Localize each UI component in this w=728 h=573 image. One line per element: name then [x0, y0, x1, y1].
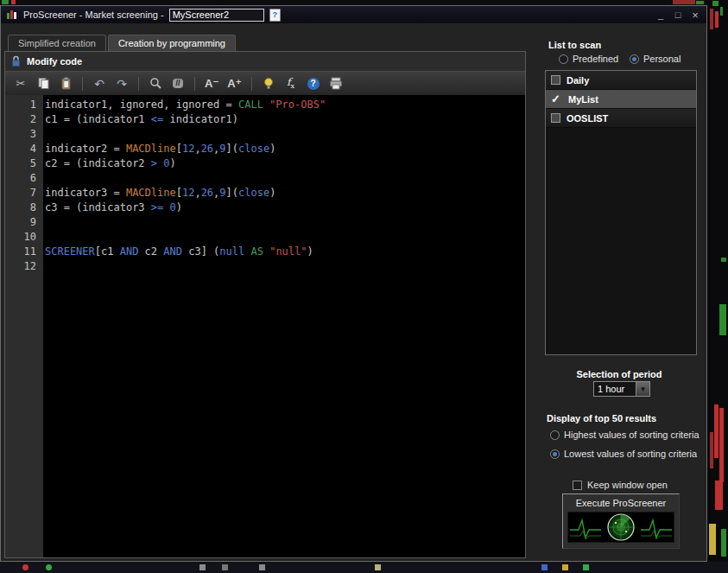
code-line[interactable]: 5c2 = (indicator2 > 0) [5, 156, 525, 171]
font-larger-icon: A⁺ [227, 78, 241, 89]
help-page-icon[interactable]: ? [269, 9, 281, 22]
personal-radio-group[interactable]: Personal [630, 54, 681, 64]
print-button[interactable] [329, 76, 343, 92]
paste-icon [60, 77, 73, 90]
cut-button[interactable]: ✂ [14, 76, 28, 92]
undo-button[interactable]: ↶ [92, 76, 106, 92]
comment-button[interactable]: // [171, 76, 185, 92]
maximize-button[interactable]: □ [672, 10, 684, 20]
keep-window-open-group[interactable]: Keep window open [573, 480, 668, 490]
checkmark-icon[interactable]: ✓ [551, 94, 562, 104]
code-line[interactable]: 7indicator3 = MACDline[12,26,9](close) [5, 186, 525, 201]
line-number: 7 [5, 186, 43, 201]
code-text: SCREENER[c1 AND c2 AND c3] (null AS "nul… [43, 245, 313, 259]
toolbar-separator [138, 77, 139, 91]
checkbox-icon[interactable] [551, 75, 560, 85]
scan-list-item[interactable]: OOSLIST [546, 109, 696, 128]
candle-bar [710, 9, 713, 29]
editor-header: Modify code [5, 52, 525, 72]
selection-of-period-title: Selection of period [533, 369, 706, 379]
help-button[interactable]: ? [307, 76, 320, 92]
scan-list-item[interactable]: ✓MyList [546, 90, 696, 109]
predefined-radio-group[interactable]: Predefined [559, 54, 618, 64]
taskbar-icon[interactable] [199, 564, 206, 570]
taskbar-icon[interactable] [222, 564, 228, 570]
personal-radio[interactable] [630, 54, 639, 64]
lowest-values-radio-group[interactable]: Lowest values of sorting criteria [550, 449, 697, 459]
close-button[interactable]: × [689, 9, 701, 22]
line-number: 8 [5, 201, 43, 215]
code-text: c2 = (indicator2 > 0) [43, 156, 176, 171]
code-line[interactable]: 4indicator2 = MACDline[12,26,9](close) [5, 142, 525, 156]
code-line[interactable]: 3 [5, 127, 525, 142]
candle-bar [709, 524, 716, 555]
code-line[interactable]: 9 [5, 215, 525, 230]
taskbar-icon[interactable] [541, 564, 548, 570]
scan-list-label: OOSLIST [567, 113, 608, 124]
code-line[interactable]: 2c1 = (indicator1 <= indicator1) [5, 112, 525, 127]
code-text [43, 127, 45, 142]
taskbar-icon[interactable] [259, 564, 265, 570]
taskbar-icon[interactable] [46, 564, 52, 570]
highest-values-radio[interactable] [550, 430, 560, 440]
hint-button[interactable] [262, 76, 275, 92]
line-number: 2 [5, 112, 43, 127]
toolbar-separator [82, 77, 83, 91]
taskbar-icon[interactable] [375, 564, 381, 570]
taskbar-icon[interactable] [562, 564, 568, 570]
candle-bar [715, 481, 723, 510]
redo-button[interactable]: ↷ [115, 76, 129, 92]
code-text [43, 230, 45, 245]
predefined-radio[interactable] [559, 54, 568, 64]
copy-icon [37, 77, 50, 90]
line-number: 1 [5, 98, 43, 112]
code-editor-panel: Modify code ✂ [4, 51, 526, 558]
help-icon: ? [307, 78, 320, 90]
code-line[interactable]: 12 [5, 259, 525, 274]
code-text: c3 = (indicator3 >= 0) [43, 201, 182, 215]
candle-bar [720, 7, 723, 16]
proscreener-window: ProScreener - Market screening - ? _ □ ×… [0, 5, 707, 562]
code-line[interactable]: 6 [5, 171, 525, 186]
code-line[interactable]: 11SCREENER[c1 AND c2 AND c3] (null AS "n… [5, 245, 525, 259]
execute-label: Execute ProScreener [563, 498, 679, 508]
screener-name-input[interactable] [169, 9, 264, 22]
highest-values-radio-group[interactable]: Highest values of sorting criteria [550, 430, 700, 440]
line-number: 12 [5, 259, 43, 274]
code-editor[interactable]: 1indicator1, ignored, ignored = CALL "Pr… [5, 95, 525, 557]
editor-toolbar: ✂ [5, 72, 525, 96]
candle-bar [2, 0, 9, 4]
code-text: indicator3 = MACDline[12,26,9](close) [43, 186, 275, 201]
search-button[interactable] [149, 76, 162, 92]
tab-creation-by-programming[interactable]: Creation by programming [108, 35, 236, 52]
line-number: 9 [5, 215, 43, 230]
candle-bar [710, 432, 713, 468]
execute-proscreener-button[interactable]: Execute ProScreener [562, 493, 680, 549]
checkbox-icon[interactable] [551, 113, 560, 123]
code-line[interactable]: 1indicator1, ignored, ignored = CALL "Pr… [5, 98, 525, 112]
code-line[interactable]: 8c3 = (indicator3 >= 0) [5, 201, 525, 215]
font-increase-button[interactable]: A⁺ [227, 76, 241, 92]
fx-x: x [290, 83, 294, 91]
tab-simplified-creation[interactable]: Simplified creation [8, 35, 106, 52]
copy-button[interactable] [36, 76, 50, 92]
candle-bar [719, 304, 726, 335]
period-dropdown[interactable]: 1 hour ▼ [593, 381, 650, 397]
taskbar-icon[interactable] [583, 564, 589, 570]
redo-icon: ↷ [117, 78, 127, 90]
title-bar: ProScreener - Market screening - ? _ □ × [1, 6, 706, 23]
scan-list-item[interactable]: Daily [546, 71, 696, 90]
font-decrease-button[interactable]: A⁻ [205, 76, 218, 92]
scissors-icon: ✂ [16, 78, 26, 89]
code-line[interactable]: 10 [5, 230, 525, 245]
code-text [43, 171, 45, 186]
keep-window-open-checkbox[interactable] [573, 481, 582, 490]
modify-code-title: Modify code [27, 56, 82, 67]
paste-button[interactable] [59, 76, 73, 92]
lowest-values-radio[interactable] [550, 449, 560, 459]
insert-function-button[interactable]: fx [284, 76, 298, 92]
line-number: 5 [5, 156, 43, 171]
chevron-down-icon[interactable]: ▼ [636, 382, 649, 396]
minimize-button[interactable]: _ [655, 10, 667, 20]
taskbar-icon[interactable] [22, 564, 28, 570]
